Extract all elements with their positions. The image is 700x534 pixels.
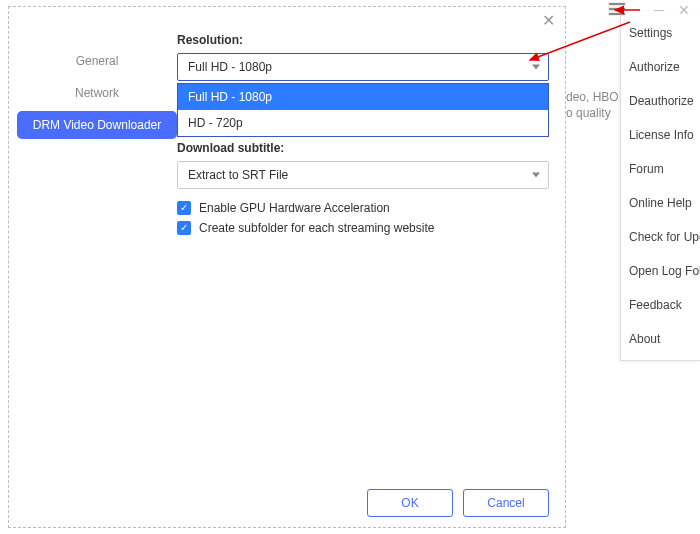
menu-deauthorize[interactable]: Deauthorize [621,84,700,118]
sidebar-item-network[interactable]: Network [17,79,177,107]
resolution-select[interactable]: Full HD - 1080p [177,53,549,81]
chevron-down-icon [532,65,540,70]
bg-text-2: o quality [566,106,611,120]
settings-dialog: ✕ General Network DRM Video Downloader R… [8,6,566,528]
chevron-down-icon [532,173,540,178]
menu-authorize[interactable]: Authorize [621,50,700,84]
settings-sidebar: General Network DRM Video Downloader [17,47,177,143]
dialog-footer: OK Cancel [367,489,549,517]
resolution-option-1080p[interactable]: Full HD - 1080p [178,84,548,110]
gpu-label: Enable GPU Hardware Acceleration [199,201,390,215]
subfolder-label: Create subfolder for each streaming webs… [199,221,434,235]
app-menu: Settings Authorize Deauthorize License I… [620,16,700,361]
menu-license-info[interactable]: License Info [621,118,700,152]
close-icon[interactable]: ✕ [538,9,559,32]
ok-button[interactable]: OK [367,489,453,517]
resolution-label: Resolution: [177,33,549,47]
hamburger-icon[interactable] [608,2,626,16]
menu-about[interactable]: About [621,322,700,356]
menu-settings[interactable]: Settings [621,16,700,50]
subfolder-checkbox[interactable]: ✓ [177,221,191,235]
resolution-value: Full HD - 1080p [188,60,272,74]
resolution-option-720p[interactable]: HD - 720p [178,110,548,136]
resolution-dropdown: Full HD - 1080p HD - 720p [177,83,549,137]
subtitle-select[interactable]: Extract to SRT File [177,161,549,189]
menu-check-updates[interactable]: Check for Updates [621,220,700,254]
menu-feedback[interactable]: Feedback [621,288,700,322]
subtitle-value: Extract to SRT File [188,168,288,182]
menu-online-help[interactable]: Online Help [621,186,700,220]
sidebar-item-general[interactable]: General [17,47,177,75]
gpu-checkbox[interactable]: ✓ [177,201,191,215]
menu-open-log[interactable]: Open Log Folder [621,254,700,288]
sidebar-item-drm[interactable]: DRM Video Downloader [17,111,177,139]
menu-forum[interactable]: Forum [621,152,700,186]
subtitle-label: Download subtitle: [177,141,549,155]
cancel-button[interactable]: Cancel [463,489,549,517]
bg-text-1: deo, HBO [566,90,619,104]
settings-content: Resolution: Full HD - 1080p Full HD - 10… [177,33,549,241]
